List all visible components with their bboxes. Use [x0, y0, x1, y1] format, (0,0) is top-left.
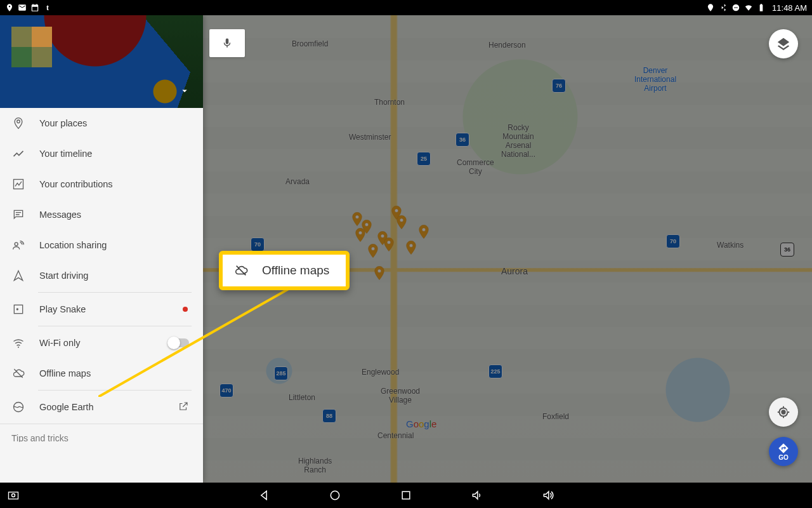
dnd-icon: [731, 3, 740, 12]
drawer-header[interactable]: [0, 15, 203, 108]
svg-point-6: [16, 308, 18, 310]
callout-label: Offline maps: [262, 264, 329, 277]
go-label: GO: [778, 454, 789, 461]
wifi-status-icon: [744, 3, 753, 12]
drawer-item-location-sharing[interactable]: Location sharing: [0, 230, 203, 260]
my-location-button[interactable]: [769, 398, 798, 427]
drawer-item-label: Location sharing: [39, 240, 107, 250]
drawer-item-wifi-only[interactable]: Wi-Fi only: [0, 328, 203, 358]
svg-rect-13: [402, 491, 410, 499]
chevron-down-icon: [179, 85, 190, 97]
location-status-icon: [706, 3, 715, 12]
svg-rect-10: [9, 492, 18, 499]
svg-rect-1: [734, 7, 738, 8]
drawer-item-label: Messages: [39, 210, 81, 220]
drawer-item-google-earth[interactable]: Google Earth: [0, 392, 203, 422]
drawer-item-label: Play Snake: [39, 304, 86, 314]
account-switcher-chevron[interactable]: [179, 85, 190, 99]
drawer-item-label: Your timeline: [39, 149, 92, 159]
tutorial-callout: Offline maps: [219, 251, 350, 290]
drawer-item-label: Start driving: [39, 271, 88, 281]
layers-icon: [776, 37, 790, 51]
drawer-list: Your places Your timeline Your contribut…: [0, 108, 203, 483]
directions-button[interactable]: GO: [769, 437, 798, 466]
cloud-off-icon: [11, 366, 25, 380]
drawer-item-your-contributions[interactable]: Your contributions: [0, 169, 203, 199]
svg-point-12: [331, 491, 339, 499]
volume-down-button[interactable]: [470, 488, 484, 502]
maps-notif-icon: [5, 3, 14, 12]
mic-icon: [221, 37, 233, 49]
snake-icon: [11, 302, 25, 316]
open-external-icon: [178, 401, 189, 414]
account-avatar[interactable]: [11, 27, 52, 67]
drawer-item-label: Your contributions: [39, 179, 113, 189]
drawer-item-tips[interactable]: Tips and tricks: [0, 425, 203, 451]
battery-icon: [757, 3, 766, 12]
layers-button[interactable]: [769, 29, 798, 58]
contributions-icon: [11, 177, 25, 191]
navigation-arrow-icon: [11, 269, 25, 283]
drawer-item-your-places[interactable]: Your places: [0, 108, 203, 138]
status-bar: t 11:48 AM: [0, 0, 812, 15]
drawer-item-offline-maps[interactable]: Offline maps: [0, 358, 203, 389]
nav-home-button[interactable]: [328, 488, 342, 502]
bluetooth-icon: [719, 3, 728, 12]
voice-search-button[interactable]: [209, 29, 245, 57]
system-nav-bar: [0, 483, 812, 508]
nav-recents-button[interactable]: [399, 488, 413, 502]
volume-up-button[interactable]: [541, 488, 555, 502]
status-clock: 11:48 AM: [772, 3, 807, 13]
drawer-item-messages[interactable]: Messages: [0, 199, 203, 230]
svg-point-11: [12, 494, 15, 497]
svg-point-4: [15, 243, 18, 246]
drawer-item-your-timeline[interactable]: Your timeline: [0, 138, 203, 169]
timeline-icon: [11, 147, 25, 161]
drawer-item-play-snake[interactable]: Play Snake: [0, 294, 203, 324]
cloud-off-icon: [234, 264, 248, 277]
screenshot-button[interactable]: [6, 488, 20, 502]
navigation-drawer: Your places Your timeline Your contribut…: [0, 15, 203, 483]
nav-back-button[interactable]: [257, 488, 271, 502]
pin-outline-icon: [11, 116, 25, 130]
tumblr-icon: t: [43, 3, 52, 12]
drawer-item-label: Offline maps: [39, 368, 91, 378]
messages-icon: [11, 208, 25, 222]
svg-point-7: [18, 347, 19, 348]
directions-icon: [778, 443, 789, 454]
drawer-item-start-driving[interactable]: Start driving: [0, 260, 203, 291]
drawer-item-label: Google Earth: [39, 402, 93, 412]
gmail-icon: [18, 3, 27, 12]
wifi-only-toggle[interactable]: [169, 338, 189, 347]
drawer-item-label: Wi-Fi only: [39, 338, 80, 348]
wifi-icon: [11, 336, 25, 350]
crosshair-icon: [776, 405, 790, 419]
drawer-item-label: Your places: [39, 118, 87, 128]
calendar-icon: [30, 3, 39, 12]
earth-icon: [11, 400, 25, 414]
new-badge: [183, 307, 188, 312]
location-sharing-icon: [11, 238, 25, 252]
